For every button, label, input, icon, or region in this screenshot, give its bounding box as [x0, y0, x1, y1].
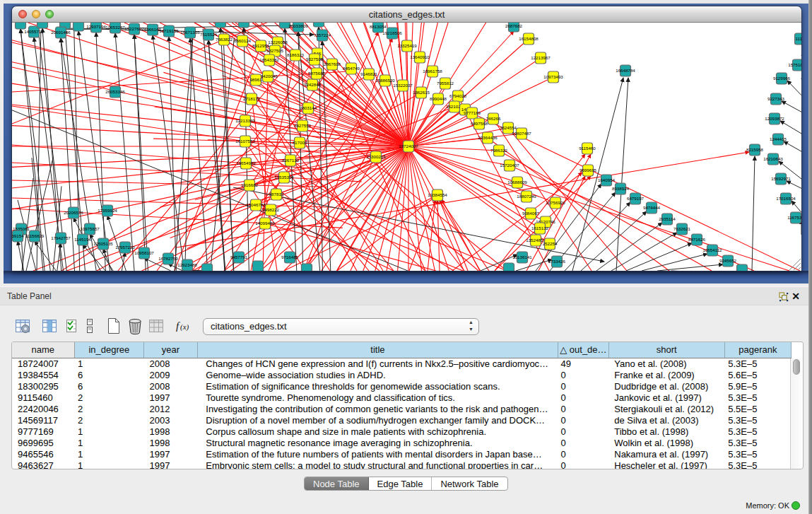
- svg-text:9115460: 9115460: [579, 146, 596, 151]
- svg-text:11156829: 11156829: [25, 233, 45, 238]
- svg-text:9242848: 9242848: [304, 82, 322, 87]
- svg-text:14055712: 14055712: [24, 29, 44, 34]
- svg-text:1145194: 1145194: [74, 237, 91, 242]
- svg-text:9227343: 9227343: [767, 96, 785, 101]
- svg-text:9146821: 9146821: [360, 71, 378, 76]
- svg-text:13226058: 13226058: [268, 40, 288, 45]
- svg-text:8267130: 8267130: [282, 158, 300, 163]
- svg-text:16046788: 16046788: [246, 202, 266, 207]
- svg-text:15227602: 15227602: [124, 26, 144, 31]
- svg-text:252254: 252254: [543, 241, 558, 246]
- svg-text:15720407: 15720407: [500, 163, 519, 168]
- svg-text:9129966: 9129966: [773, 76, 791, 81]
- svg-text:16543382: 16543382: [259, 57, 279, 62]
- svg-text:16671355: 16671355: [180, 30, 200, 35]
- svg-text:9245652: 9245652: [719, 258, 737, 263]
- svg-text:9457791: 9457791: [230, 255, 248, 259]
- svg-text:25300215: 25300215: [366, 154, 386, 159]
- svg-text:15136141: 15136141: [512, 255, 532, 259]
- svg-text:12505135: 12505135: [93, 241, 113, 246]
- svg-text:3624554: 3624554: [500, 125, 517, 130]
- svg-text:7986322: 7986322: [490, 148, 508, 153]
- svg-text:18807249: 18807249: [517, 194, 536, 199]
- svg-text:12213967: 12213967: [531, 55, 551, 60]
- svg-text:10975657: 10975657: [80, 226, 100, 231]
- svg-text:10756920: 10756920: [546, 200, 565, 205]
- svg-text:8813054: 8813054: [370, 24, 387, 29]
- svg-text:7955812: 7955812: [437, 81, 454, 86]
- svg-text:1733426: 1733426: [548, 259, 566, 264]
- svg-text:8990448: 8990448: [430, 96, 447, 101]
- svg-text:9474444: 9474444: [643, 205, 661, 210]
- svg-text:4498222: 4498222: [262, 207, 280, 212]
- svg-text:13325419: 13325419: [397, 43, 417, 48]
- svg-text:19654982: 19654982: [236, 160, 256, 165]
- svg-text:2718176: 2718176: [243, 96, 261, 101]
- svg-text:8427552: 8427552: [294, 123, 312, 128]
- svg-text:9327505: 9327505: [266, 48, 284, 53]
- svg-text:13535394: 13535394: [274, 175, 294, 180]
- svg-text:2803144: 2803144: [300, 105, 317, 110]
- svg-text:7632621: 7632621: [673, 226, 691, 231]
- svg-text:18724007: 18724007: [399, 144, 418, 148]
- svg-text:6479197: 6479197: [627, 196, 645, 201]
- svg-text:7357224: 7357224: [314, 33, 331, 37]
- svg-text:8660124: 8660124: [234, 38, 252, 43]
- svg-text:17016504: 17016504: [776, 196, 796, 201]
- svg-text:7663822: 7663822: [216, 37, 233, 42]
- svg-text:20691406: 20691406: [51, 30, 71, 35]
- svg-text:10653287: 10653287: [105, 25, 125, 30]
- svg-text:5875685: 5875685: [308, 71, 326, 76]
- svg-text:14099489: 14099489: [255, 221, 275, 226]
- svg-text:13640910: 13640910: [410, 54, 430, 59]
- svg-text:9327508: 9327508: [306, 57, 324, 62]
- svg-text:17359924: 17359924: [98, 208, 117, 213]
- svg-text:20364436: 20364436: [478, 135, 498, 140]
- svg-text:15692971: 15692971: [771, 176, 791, 181]
- svg-text:12213369: 12213369: [235, 118, 255, 123]
- svg-text:17957223: 17957223: [115, 245, 135, 250]
- svg-text:2935114: 2935114: [659, 216, 676, 221]
- svg-text:8215958: 8215958: [746, 147, 764, 152]
- svg-text:2687682: 2687682: [505, 23, 523, 28]
- svg-text:1615132: 1615132: [531, 226, 549, 230]
- svg-text:16107553: 16107553: [235, 139, 255, 144]
- svg-text:8938924: 8938924: [612, 186, 630, 191]
- svg-text:1916682: 1916682: [241, 182, 259, 187]
- svg-text:1362615: 1362615: [413, 90, 430, 95]
- svg-text:19218506: 19218506: [382, 30, 402, 35]
- svg-text:10654112: 10654112: [702, 247, 722, 252]
- svg-text:887833: 887833: [269, 192, 284, 197]
- svg-text:9716485: 9716485: [281, 255, 299, 259]
- svg-text:1640954: 1640954: [598, 177, 616, 182]
- svg-text:26053346: 26053346: [105, 89, 125, 94]
- svg-text:9699695: 9699695: [579, 168, 597, 173]
- svg-text:12937194: 12937194: [86, 24, 106, 29]
- svg-text:6497568: 6497568: [471, 121, 488, 126]
- svg-text:19384554: 19384554: [428, 192, 447, 197]
- svg-text:12923488: 12923488: [177, 262, 197, 267]
- svg-text:10688609: 10688609: [507, 180, 527, 185]
- svg-text:1112: 1112: [796, 36, 801, 41]
- svg-text:10807487: 10807487: [512, 131, 531, 136]
- svg-text:12093872: 12093872: [765, 116, 784, 121]
- svg-text:8186323: 8186323: [287, 52, 305, 57]
- svg-text:(x): (x): [180, 322, 189, 332]
- svg-text:8454749: 8454749: [343, 66, 360, 71]
- svg-text:16961758: 16961758: [423, 69, 442, 74]
- svg-text:15886520: 15886520: [375, 78, 395, 83]
- svg-text:98961: 98961: [249, 77, 262, 82]
- svg-text:1167534: 1167534: [787, 215, 801, 220]
- svg-text:16033809: 16033809: [288, 23, 308, 28]
- svg-text:7515524: 7515524: [200, 32, 218, 37]
- svg-text:16210643: 16210643: [763, 156, 783, 161]
- svg-text:16154808: 16154808: [519, 36, 539, 41]
- svg-text:16648784: 16648784: [616, 68, 635, 73]
- svg-text:9777169: 9777169: [464, 110, 481, 115]
- svg-text:10719155: 10719155: [159, 28, 179, 33]
- svg-text:1244415: 1244415: [770, 136, 787, 141]
- svg-text:6794028: 6794028: [449, 93, 467, 98]
- svg-text:9084067: 9084067: [522, 211, 540, 216]
- svg-text:15751074: 15751074: [788, 62, 801, 67]
- svg-text:10973493: 10973493: [543, 74, 563, 79]
